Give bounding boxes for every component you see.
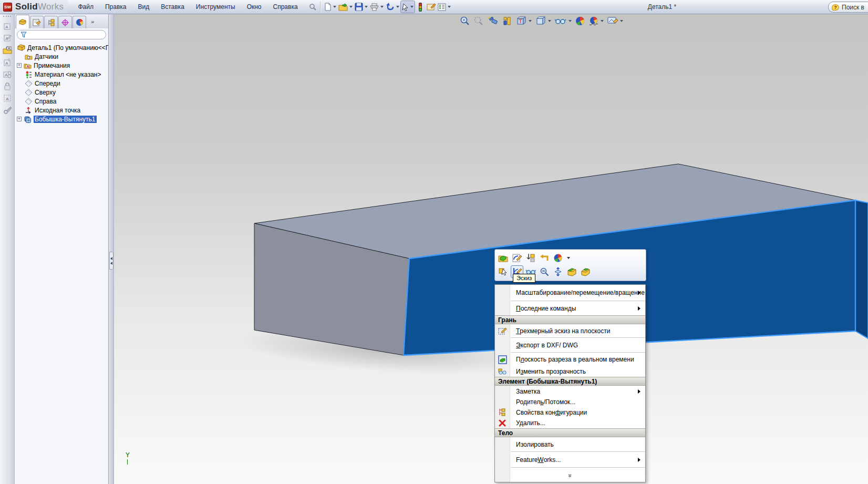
tree-item-top-plane[interactable]: Сверху: [17, 88, 108, 97]
menu-window[interactable]: Окно: [241, 0, 267, 14]
expand-plus-icon[interactable]: +: [17, 117, 22, 121]
lock-macro-icon[interactable]: [2, 81, 13, 91]
dropdown-caret[interactable]: [396, 6, 399, 8]
dropdown-caret[interactable]: [410, 6, 414, 8]
zoom-fit-icon[interactable]: [460, 16, 470, 26]
tree-item-sensors[interactable]: Датчики: [17, 52, 108, 61]
macro-pair-icon[interactable]: A: [2, 69, 13, 79]
undo-button[interactable]: [385, 1, 400, 13]
normal-to-icon[interactable]: [552, 265, 564, 278]
panel-splitter[interactable]: [109, 14, 114, 484]
dropdown-caret[interactable]: [601, 20, 604, 22]
dropdown-caret[interactable]: [567, 257, 570, 259]
comment-button[interactable]: [426, 1, 437, 13]
new-document-button[interactable]: [323, 1, 337, 13]
menu-item-configuration-properties[interactable]: Свойства конфигурации: [495, 407, 645, 418]
zoom-area-icon[interactable]: [473, 16, 484, 26]
select-other-icon[interactable]: [497, 265, 510, 278]
dropdown-caret[interactable]: [569, 20, 572, 22]
menu-item-zoom-pan-rotate[interactable]: Масштабирование/перемещение/вращение: [495, 285, 645, 301]
edit-sketch-icon[interactable]: [511, 252, 523, 264]
open-button[interactable]: [337, 1, 354, 13]
graphics-viewport[interactable]: Y: [114, 14, 868, 484]
previous-view-icon[interactable]: [487, 16, 499, 26]
dropdown-caret[interactable]: [548, 20, 551, 22]
configurationmanager-tab[interactable]: [44, 16, 58, 28]
view-settings-icon[interactable]: [607, 16, 623, 26]
displaymanager-tab[interactable]: [73, 16, 86, 28]
featuremanager-tab[interactable]: [16, 15, 29, 28]
menu-expand-button[interactable]: »: [495, 468, 645, 482]
menu-file[interactable]: Файл: [72, 0, 99, 14]
apply-scene-icon[interactable]: [588, 16, 604, 26]
dropdown-caret[interactable]: [333, 6, 336, 8]
dropdown-caret[interactable]: [380, 6, 384, 8]
dropdown-caret[interactable]: [529, 20, 532, 22]
appearance-ball-icon[interactable]: [552, 252, 564, 264]
edit-macro-icon[interactable]: A: [2, 33, 13, 43]
edit-appearance-icon[interactable]: [575, 16, 585, 26]
help-search-button[interactable]: ? Поиск в: [828, 2, 868, 13]
menu-edit[interactable]: Правка: [99, 0, 132, 14]
menu-item-export-dxf-dwg[interactable]: Экспорт в DXF/ DWG: [495, 338, 645, 352]
run-macro-icon[interactable]: A: [2, 45, 13, 55]
rollback-icon[interactable]: [524, 252, 537, 264]
expand-plus-icon[interactable]: +: [17, 63, 22, 68]
section-view-icon[interactable]: [502, 16, 512, 26]
configuration-properties-icon: [498, 408, 507, 417]
tree-filter-input[interactable]: [17, 30, 106, 39]
menu-item-isolate[interactable]: Изолировать: [495, 437, 645, 451]
propertymanager-tab[interactable]: [30, 16, 44, 28]
chevron-down-icon: »: [566, 473, 574, 476]
tools-icon[interactable]: [2, 105, 13, 116]
toolbar-grip[interactable]: [3, 16, 11, 19]
dropdown-caret[interactable]: [365, 6, 368, 8]
display-style-icon[interactable]: [535, 16, 551, 26]
view-orientation-icon[interactable]: [515, 16, 532, 26]
menu-item-recent-commands[interactable]: Последние команды: [495, 301, 645, 315]
unsuppress-icon[interactable]: [538, 252, 551, 264]
menu-item-parent-child[interactable]: Родитель/Потомок...: [495, 397, 645, 407]
save-button[interactable]: [354, 1, 369, 13]
model-end-cap-face[interactable]: [855, 200, 868, 338]
transparency-icon: [498, 367, 507, 376]
menu-help[interactable]: Справка: [267, 0, 304, 14]
tree-root[interactable]: Деталь1 (По умолчанию<<По у: [17, 43, 108, 52]
options-list-button[interactable]: [437, 1, 452, 13]
menu-item-change-transparency[interactable]: Изменить прозрачность: [495, 366, 645, 377]
tree-item-origin[interactable]: Исходная точка: [17, 106, 108, 115]
menu-item-delete[interactable]: Удалить...: [495, 418, 645, 428]
edit-feature-icon[interactable]: [497, 252, 510, 264]
panel-tabs-overflow[interactable]: »: [91, 18, 94, 25]
rebuild-traffic-light-button[interactable]: [417, 1, 423, 13]
tree-item-material[interactable]: Материал <не указан>: [17, 70, 108, 79]
hide-show-items-icon[interactable]: [554, 16, 572, 26]
search-icon[interactable]: [308, 1, 318, 13]
menu-item-live-section-plane[interactable]: Плоскость разреза в реальном времени: [495, 353, 645, 366]
menu-item-comment[interactable]: Заметка: [495, 386, 645, 397]
menu-view[interactable]: Вид: [132, 0, 155, 14]
menu-tools[interactable]: Инструменты: [190, 0, 241, 14]
menu-item-featureworks[interactable]: FeatureWorks...: [495, 452, 645, 467]
dimxpert-tab[interactable]: [58, 16, 72, 28]
add-macro-icon[interactable]: A: [2, 57, 13, 67]
tree-item-front-plane[interactable]: Спереди: [17, 79, 108, 88]
select-tool-button[interactable]: [400, 1, 415, 13]
new-macro-icon[interactable]: A: [2, 20, 13, 31]
tree-item-boss-extrude[interactable]: + Бобышка-Вытянуть1: [17, 115, 108, 123]
fillet-icon[interactable]: [565, 265, 578, 278]
zoom-to-selection-icon[interactable]: [538, 265, 551, 278]
menu-insert[interactable]: Вставка: [155, 0, 190, 14]
print-button[interactable]: [369, 1, 385, 13]
dropdown-caret[interactable]: [620, 20, 623, 22]
chamfer-icon[interactable]: [579, 265, 592, 278]
tree-item-right-plane[interactable]: Справа: [17, 97, 108, 106]
3d-model[interactable]: [114, 14, 868, 484]
menu-item-3d-sketch-on-plane[interactable]: Трехмерный эскиз на плоскости: [495, 324, 645, 337]
tree-item-annotations[interactable]: + A Примечания: [17, 61, 108, 70]
dropdown-caret[interactable]: [448, 6, 451, 8]
dropdown-caret[interactable]: [349, 6, 353, 8]
tooltip: Эскиз: [513, 274, 535, 283]
macro-frame-icon[interactable]: A: [2, 93, 13, 104]
panel-collapse-handle[interactable]: [109, 252, 113, 270]
